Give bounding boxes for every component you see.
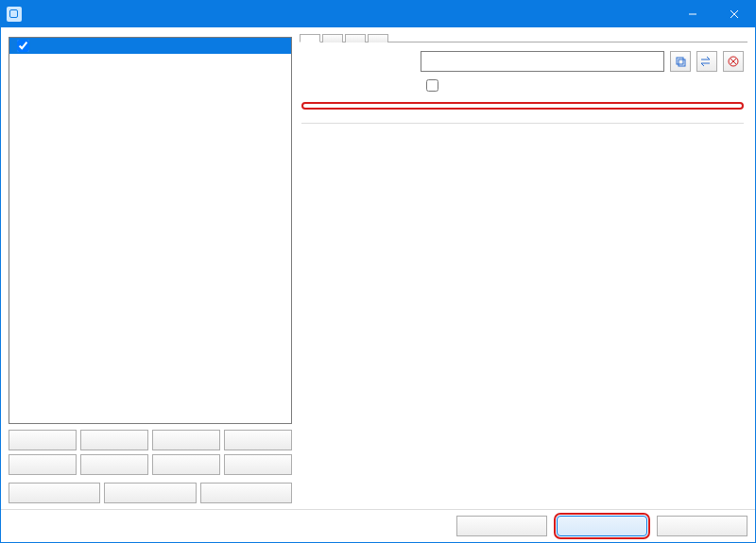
down-button xyxy=(224,454,292,475)
edit-button xyxy=(9,454,77,475)
close-app-button[interactable] xyxy=(657,516,747,536)
svg-rect-3 xyxy=(677,58,683,64)
separator xyxy=(301,123,744,124)
apply-button[interactable] xyxy=(557,516,647,536)
copy-button xyxy=(80,430,148,450)
titlebar xyxy=(1,1,755,27)
left-pane xyxy=(9,33,292,503)
import-button[interactable] xyxy=(152,454,220,475)
svg-rect-4 xyxy=(679,59,685,66)
copy-layer-icon[interactable] xyxy=(670,51,691,72)
export-profile-button[interactable] xyxy=(104,483,196,503)
disable-next-prev-row xyxy=(422,76,744,94)
bottom-bar xyxy=(1,509,755,542)
tab-layer2[interactable] xyxy=(322,34,343,42)
profile-row[interactable] xyxy=(9,38,291,54)
panel xyxy=(300,42,747,503)
delete-button xyxy=(80,454,148,475)
close-button[interactable] xyxy=(713,1,755,27)
window xyxy=(0,0,756,543)
up-button xyxy=(224,430,292,450)
layer-name-input[interactable] xyxy=(421,51,664,72)
layer-name-row xyxy=(301,50,744,73)
tab-layer1[interactable] xyxy=(300,34,320,42)
profile-list[interactable] xyxy=(9,37,292,424)
profile-buttons-grid xyxy=(9,430,292,475)
add-button[interactable] xyxy=(9,430,77,450)
tabs xyxy=(300,33,747,42)
tab-options[interactable] xyxy=(368,34,388,42)
about-button[interactable] xyxy=(456,516,547,536)
swap-layer-icon[interactable] xyxy=(696,51,717,72)
clear-layer-icon[interactable] xyxy=(723,51,744,72)
settings-button[interactable] xyxy=(9,483,100,503)
minimize-button[interactable] xyxy=(672,1,713,27)
tab-scroll[interactable] xyxy=(345,34,366,42)
system-buttons xyxy=(672,1,755,27)
body xyxy=(1,27,755,509)
right-pane xyxy=(300,33,747,503)
disable-next-prev-checkbox[interactable] xyxy=(426,79,438,92)
app-icon xyxy=(7,7,22,22)
import-profile-button[interactable] xyxy=(200,483,292,503)
export-button xyxy=(152,430,220,450)
profile-buttons-row2 xyxy=(9,483,292,503)
highlight-box xyxy=(301,102,744,110)
profile-checkbox[interactable] xyxy=(17,40,29,52)
